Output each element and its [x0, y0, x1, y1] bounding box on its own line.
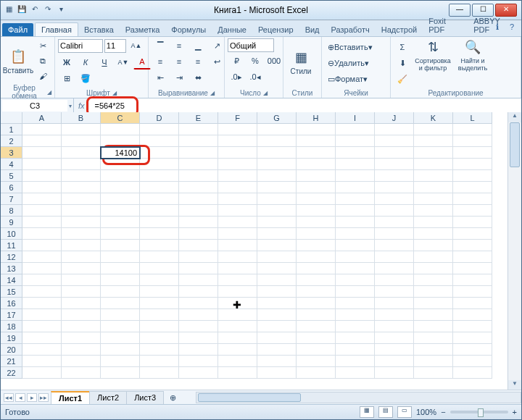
cell-F10[interactable]: [218, 228, 257, 240]
cell-H4[interactable]: [297, 159, 336, 170]
cell-C16[interactable]: [101, 298, 140, 309]
cell-C15[interactable]: [101, 286, 140, 298]
cell-L1[interactable]: [453, 124, 492, 135]
cell-D7[interactable]: [140, 193, 179, 205]
cell-A7[interactable]: [22, 193, 62, 205]
cell-G20[interactable]: [257, 344, 297, 356]
cell-H9[interactable]: [297, 217, 336, 228]
cell-H20[interactable]: [297, 344, 336, 356]
view-normal-button[interactable]: ▦: [360, 406, 374, 418]
cell-E21[interactable]: [179, 356, 218, 367]
align-middle-button[interactable]: ≡: [170, 38, 188, 53]
cell-C22[interactable]: [101, 367, 140, 379]
find-select-button[interactable]: 🔍 Найти и выделить: [455, 38, 491, 72]
horizontal-scrollbar[interactable]: [196, 392, 521, 403]
cell-I16[interactable]: [336, 298, 375, 309]
cell-C13[interactable]: [101, 263, 140, 274]
cell-C5[interactable]: [101, 170, 140, 182]
cell-F9[interactable]: [218, 217, 257, 228]
bold-button[interactable]: Ж: [58, 55, 75, 70]
row-header-10[interactable]: 10: [1, 228, 22, 240]
currency-button[interactable]: ₽: [228, 54, 245, 68]
cell-B6[interactable]: [62, 182, 101, 193]
cell-G10[interactable]: [257, 228, 297, 240]
row-header-20[interactable]: 20: [1, 344, 22, 356]
cell-B9[interactable]: [62, 217, 101, 228]
cell-G5[interactable]: [257, 170, 297, 182]
cell-G12[interactable]: [257, 251, 297, 263]
cell-L17[interactable]: [453, 309, 492, 321]
cell-L4[interactable]: [453, 159, 492, 170]
cell-G15[interactable]: [257, 286, 297, 298]
sort-filter-button[interactable]: ⇅ Сортировка и фильтр: [413, 38, 453, 72]
cell-H6[interactable]: [297, 182, 336, 193]
cell-L8[interactable]: [453, 205, 492, 217]
copy-button[interactable]: ⧉: [34, 54, 51, 68]
tab-формулы[interactable]: Формулы: [165, 23, 212, 36]
cell-J9[interactable]: [375, 217, 414, 228]
scroll-up-icon[interactable]: ▲: [508, 112, 521, 122]
cell-L2[interactable]: [453, 135, 492, 147]
view-layout-button[interactable]: ▤: [378, 406, 393, 418]
cell-G14[interactable]: [257, 274, 297, 286]
number-format-box[interactable]: Общий: [228, 38, 274, 52]
cell-C21[interactable]: [101, 356, 140, 367]
cell-G13[interactable]: [257, 263, 297, 274]
cell-C8[interactable]: [101, 205, 140, 217]
cell-B18[interactable]: [62, 321, 101, 332]
cell-J5[interactable]: [375, 170, 414, 182]
cell-K17[interactable]: [414, 309, 453, 321]
cell-J2[interactable]: [375, 135, 414, 147]
styles-button[interactable]: ▦ Стили: [286, 38, 315, 85]
cell-E7[interactable]: [179, 193, 218, 205]
cell-G21[interactable]: [257, 356, 297, 367]
row-header-6[interactable]: 6: [1, 182, 22, 193]
insert-cells-button[interactable]: ⊕ Вставить ▾: [325, 40, 376, 54]
cell-C19[interactable]: [101, 332, 140, 344]
cell-C3[interactable]: 14100: [101, 147, 140, 159]
cell-G11[interactable]: [257, 240, 297, 251]
cell-I2[interactable]: [336, 135, 375, 147]
formula-bar[interactable]: [94, 101, 521, 111]
cell-E19[interactable]: [179, 332, 218, 344]
cell-D18[interactable]: [140, 321, 179, 332]
align-center-button[interactable]: ≡: [170, 54, 188, 69]
cell-G19[interactable]: [257, 332, 297, 344]
cell-E15[interactable]: [179, 286, 218, 298]
cell-I5[interactable]: [336, 170, 375, 182]
cell-K8[interactable]: [414, 205, 453, 217]
cell-E5[interactable]: [179, 170, 218, 182]
cell-H17[interactable]: [297, 309, 336, 321]
cell-H2[interactable]: [297, 135, 336, 147]
font-name-box[interactable]: Calibri: [58, 39, 103, 53]
wrap-button[interactable]: ↩: [208, 54, 225, 69]
cell-E11[interactable]: [179, 240, 218, 251]
cell-B3[interactable]: [62, 147, 101, 159]
tab-вставка[interactable]: Вставка: [78, 23, 120, 36]
tab-рецензир[interactable]: Рецензир: [252, 23, 299, 36]
cell-L20[interactable]: [453, 344, 492, 356]
col-header-B[interactable]: B: [62, 112, 101, 124]
fill-button[interactable]: ⬇: [394, 56, 411, 70]
cell-I14[interactable]: [336, 274, 375, 286]
cell-K20[interactable]: [414, 344, 453, 356]
hscroll-thumb[interactable]: [198, 393, 301, 402]
cell-B13[interactable]: [62, 263, 101, 274]
dialog-launcher-icon[interactable]: ◢: [263, 90, 268, 96]
sheet-tab-Лист3[interactable]: Лист3: [126, 391, 164, 404]
cell-I17[interactable]: [336, 309, 375, 321]
cell-F18[interactable]: [218, 321, 257, 332]
dialog-launcher-icon[interactable]: ◢: [47, 89, 51, 96]
cell-D8[interactable]: [140, 205, 179, 217]
cell-E1[interactable]: [179, 124, 218, 135]
cell-I4[interactable]: [336, 159, 375, 170]
row-header-17[interactable]: 17: [1, 309, 22, 321]
cell-A5[interactable]: [22, 170, 62, 182]
cell-F20[interactable]: [218, 344, 257, 356]
cell-B15[interactable]: [62, 286, 101, 298]
cell-F22[interactable]: [218, 367, 257, 379]
cell-A17[interactable]: [22, 309, 62, 321]
comma-button[interactable]: 000: [265, 54, 283, 68]
sheet-nav-0[interactable]: ◂◂: [4, 393, 14, 402]
cell-K18[interactable]: [414, 321, 453, 332]
